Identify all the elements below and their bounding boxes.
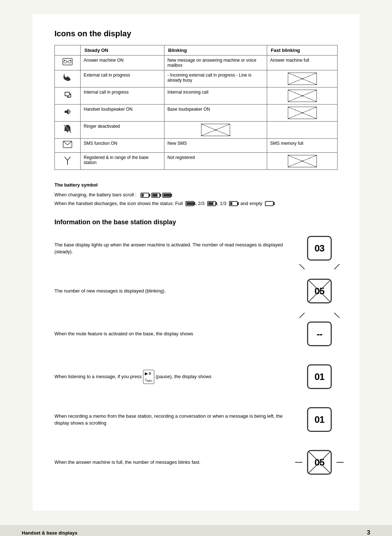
signal-icon (55, 153, 81, 170)
info-text-5: When the answer machine is full, the num… (54, 459, 294, 466)
info-section: The base display lights up when the answ… (54, 232, 338, 479)
sms-icon (55, 139, 81, 153)
info-display-0: 03 (301, 232, 338, 265)
battery-title: The battery symbol (54, 181, 338, 189)
info-row-3: When listening to a message, if you pres… (54, 360, 338, 393)
footer-label: Handset & base displays (22, 530, 77, 536)
fast-0: Answer machine full (267, 56, 338, 70)
blink-3: Base loudspeaker ON (164, 105, 267, 122)
loudspeaker-icon (55, 105, 81, 122)
steady-0: Answer machine ON (81, 56, 164, 70)
info-text-0: The base display lights up when the answ… (54, 241, 294, 255)
info-text-1: The number of new messages is displayed … (54, 287, 294, 295)
battery-icons-charging (140, 193, 171, 198)
title-icons: Icons on the display (54, 29, 338, 38)
info-row-1: The number of new messages is displayed … (54, 275, 338, 307)
svg-rect-7 (67, 131, 68, 132)
footer-page: 3 (367, 529, 370, 536)
blink-5: New SMS (164, 139, 267, 153)
pause-button-ref: ▶⏸2ABC (143, 370, 154, 384)
steady-3: Handset loudspeaker ON (81, 105, 164, 122)
info-display-4: 01 (301, 403, 338, 436)
battery-line1: When charging, the battery bars scroll : (54, 191, 338, 199)
title-base-station: Information on the base station display (54, 218, 338, 226)
external-call-icon (55, 70, 81, 87)
answer-machine-icon (55, 56, 81, 70)
info-text-2: When the mute feature is activated on th… (54, 330, 294, 337)
svg-line-12 (65, 157, 68, 160)
blink-1: - Incoming external call in progress - L… (164, 70, 267, 87)
fast-3 (267, 105, 338, 122)
fast-5: SMS memory full (267, 139, 338, 153)
fast-1 (267, 70, 338, 87)
steady-2: Internal call in progress (81, 87, 164, 105)
info-display-1: 05 (301, 275, 338, 307)
battery-section: The battery symbol When charging, the ba… (54, 181, 338, 208)
steady-4: Ringer deactivated (81, 122, 164, 139)
svg-line-13 (68, 157, 70, 160)
battery-line2: When the handset discharges, the icon sh… (54, 199, 338, 208)
ringer-icon (55, 122, 81, 139)
info-row-4: When recording a memo from the base stat… (54, 403, 338, 436)
info-display-3: 01 (301, 360, 338, 393)
info-row-2: When the mute feature is activated on th… (54, 318, 338, 350)
info-display-2: -- (301, 318, 338, 350)
blink-2: Internal incoming call (164, 87, 267, 105)
icons-table: Steady ON Blinking Fast blinking Answer … (54, 45, 338, 170)
info-row-5: When the answer machine is full, the num… (54, 446, 338, 479)
col-blink: Blinking (164, 45, 267, 56)
steady-6: Registered & in range of the base statio… (81, 153, 164, 170)
fast-2 (267, 87, 338, 105)
info-row-0: The base display lights up when the answ… (54, 232, 338, 265)
svg-marker-6 (65, 109, 69, 115)
info-display-5: 05 (301, 446, 338, 479)
footer: Handset & base displays 3 (0, 525, 392, 536)
steady-5: SMS function ON (81, 139, 164, 153)
svg-rect-4 (64, 60, 65, 61)
svg-rect-5 (70, 60, 71, 61)
fast-6 (267, 153, 338, 170)
fast-4 (267, 122, 338, 139)
col-steady: Steady ON (81, 45, 164, 56)
blink-6: Not registered (164, 153, 267, 170)
info-text-3: When listening to a message, if you pres… (54, 370, 294, 384)
blink-4 (164, 122, 267, 139)
page-content: Icons on the display Steady ON Blinking … (33, 15, 359, 511)
blink-0: New message on answering machine or voic… (164, 56, 267, 70)
steady-1: External call in progress (81, 70, 164, 87)
info-text-4: When recording a memo from the base stat… (54, 413, 294, 427)
internal-call-icon (55, 87, 81, 105)
col-fast: Fast blinking (267, 45, 338, 56)
